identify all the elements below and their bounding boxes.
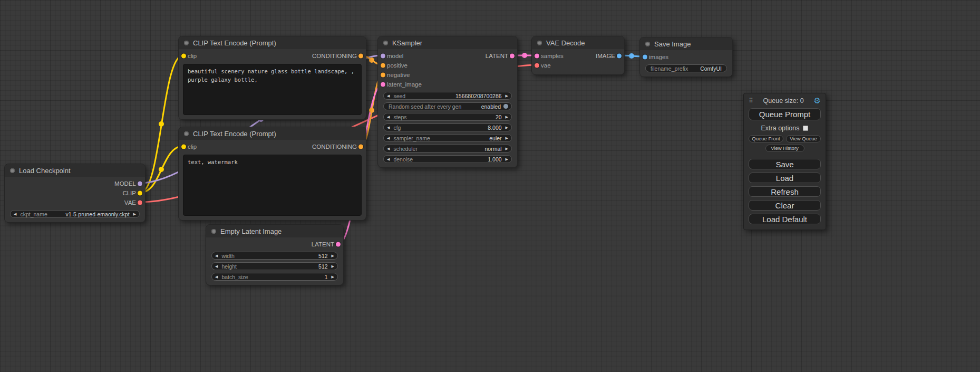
increment-arrow-icon[interactable]: ▶ — [506, 126, 508, 129]
filename-prefix-widget[interactable]: filename_prefix ComfyUI — [645, 64, 727, 72]
decrement-arrow-icon[interactable]: ◀ — [387, 147, 390, 150]
node-title-bar[interactable]: CLIP Text Encode (Prompt) — [179, 36, 366, 49]
load-default-button[interactable]: Load Default — [749, 214, 821, 224]
node-title-bar[interactable]: Save Image — [640, 37, 732, 50]
extra-options-checkbox[interactable] — [803, 126, 808, 131]
increment-arrow-icon[interactable]: ▶ — [506, 94, 508, 98]
decrement-arrow-icon[interactable]: ◀ — [387, 115, 390, 119]
node-title-bar[interactable]: VAE Decode — [532, 36, 624, 49]
node-clip-text-encode-positive[interactable]: CLIP Text Encode (Prompt) clip CONDITION… — [178, 36, 366, 120]
vae-input-port[interactable] — [535, 63, 539, 68]
decrement-arrow-icon[interactable]: ◀ — [14, 212, 16, 216]
output-label: MODEL — [114, 180, 136, 187]
toggle-knob-icon[interactable] — [503, 104, 508, 109]
collapse-toggle-icon[interactable] — [10, 168, 15, 173]
vae-output-port[interactable] — [138, 201, 142, 205]
drag-handle-icon[interactable]: ⠿ — [749, 97, 753, 104]
ckpt-name-widget[interactable]: ◀ ckpt_name v1-5-pruned-emaonly.ckpt ▶ — [10, 210, 140, 218]
collapse-toggle-icon[interactable] — [383, 41, 388, 45]
model-output-port[interactable] — [138, 182, 142, 186]
collapse-toggle-icon[interactable] — [537, 41, 542, 45]
image-output-port[interactable] — [617, 54, 622, 59]
negative-prompt-textarea[interactable]: text, watermark — [183, 155, 362, 216]
widget-value: 1 — [325, 274, 328, 280]
node-title-bar[interactable]: KSampler — [378, 36, 517, 49]
decrement-arrow-icon[interactable]: ◀ — [387, 126, 390, 129]
collapse-toggle-icon[interactable] — [645, 42, 650, 46]
decrement-arrow-icon[interactable]: ◀ — [387, 157, 390, 161]
increment-arrow-icon[interactable]: ▶ — [506, 157, 508, 161]
increment-arrow-icon[interactable]: ▶ — [332, 254, 334, 257]
collapse-toggle-icon[interactable] — [184, 41, 189, 45]
batch-size-widget[interactable]: ◀ batch_size 1 ▶ — [211, 273, 338, 281]
input-label: images — [649, 54, 668, 60]
node-clip-text-encode-negative[interactable]: CLIP Text Encode (Prompt) clip CONDITION… — [178, 127, 366, 221]
widget-label: sampler_name — [393, 135, 430, 141]
node-title: CLIP Text Encode (Prompt) — [193, 39, 276, 47]
scheduler-widget[interactable]: ◀ scheduler normal ▶ — [383, 145, 512, 152]
save-workflow-button[interactable]: Save — [749, 159, 821, 169]
width-widget[interactable]: ◀ width 512 ▶ — [211, 252, 338, 260]
node-graph-canvas[interactable]: Load Checkpoint MODEL CLIP VAE ◀ ckpt_na… — [0, 0, 980, 372]
decrement-arrow-icon[interactable]: ◀ — [215, 275, 218, 279]
steps-widget[interactable]: ◀ steps 20 ▶ — [383, 113, 512, 121]
clear-button[interactable]: Clear — [749, 200, 821, 211]
refresh-button[interactable]: Refresh — [749, 186, 821, 197]
positive-prompt-textarea[interactable]: beautiful scenery nature glass bottle la… — [183, 64, 362, 115]
view-queue-button[interactable]: View Queue — [786, 135, 821, 142]
latent-output-port[interactable] — [336, 242, 341, 247]
increment-arrow-icon[interactable]: ▶ — [506, 136, 508, 140]
decrement-arrow-icon[interactable]: ◀ — [215, 264, 218, 268]
output-row: CLIP — [5, 188, 145, 198]
decrement-arrow-icon[interactable]: ◀ — [387, 136, 390, 140]
conditioning-output-port[interactable] — [358, 54, 363, 59]
node-title: CLIP Text Encode (Prompt) — [193, 130, 276, 138]
port-row: samples IMAGE — [532, 51, 624, 61]
node-title: KSampler — [392, 39, 422, 47]
positive-input-port[interactable] — [381, 63, 385, 68]
clip-output-port[interactable] — [138, 191, 142, 196]
samples-input-port[interactable] — [535, 54, 539, 59]
extra-options-label: Extra options — [761, 125, 800, 132]
increment-arrow-icon[interactable]: ▶ — [332, 275, 334, 279]
view-history-button[interactable]: View History — [765, 145, 804, 152]
increment-arrow-icon[interactable]: ▶ — [506, 115, 508, 119]
widget-value: normal — [485, 146, 502, 152]
clip-input-port[interactable] — [181, 145, 186, 149]
node-load-checkpoint[interactable]: Load Checkpoint MODEL CLIP VAE ◀ ckpt_na… — [4, 164, 145, 223]
height-widget[interactable]: ◀ height 512 ▶ — [211, 262, 338, 270]
negative-input-port[interactable] — [381, 73, 385, 78]
node-title-bar[interactable]: CLIP Text Encode (Prompt) — [179, 127, 366, 140]
denoise-widget[interactable]: ◀ denoise 1.000 ▶ — [383, 155, 512, 163]
conditioning-output-port[interactable] — [358, 145, 363, 149]
node-title-bar[interactable]: Load Checkpoint — [5, 164, 145, 177]
increment-arrow-icon[interactable]: ▶ — [506, 147, 508, 150]
latent-output-port[interactable] — [510, 54, 515, 59]
collapse-toggle-icon[interactable] — [211, 229, 216, 234]
queue-front-button[interactable]: Queue Front — [749, 135, 783, 142]
node-save-image[interactable]: Save Image images filename_prefix ComfyU… — [639, 37, 733, 77]
load-workflow-button[interactable]: Load — [749, 173, 821, 183]
node-empty-latent-image[interactable]: Empty Latent Image LATENT ◀ width 512 ▶ … — [206, 224, 344, 285]
increment-arrow-icon[interactable]: ▶ — [133, 212, 136, 216]
increment-arrow-icon[interactable]: ▶ — [332, 264, 334, 268]
model-input-port[interactable] — [381, 54, 385, 59]
node-title: Load Checkpoint — [19, 167, 71, 175]
random-seed-toggle-widget[interactable]: Random seed after every gen enabled — [383, 102, 512, 110]
node-vae-decode[interactable]: VAE Decode samples IMAGE vae — [531, 36, 625, 75]
collapse-toggle-icon[interactable] — [184, 131, 189, 136]
cfg-widget[interactable]: ◀ cfg 8.000 ▶ — [383, 123, 512, 131]
sampler-name-widget[interactable]: ◀ sampler_name euler ▶ — [383, 134, 512, 142]
settings-gear-icon[interactable]: ⚙ — [814, 97, 821, 104]
node-title-bar[interactable]: Empty Latent Image — [206, 225, 343, 237]
queue-prompt-button[interactable]: Queue Prompt — [749, 108, 821, 120]
wire-midpoint-dot — [522, 53, 527, 58]
seed-widget[interactable]: ◀ seed 156680208700286 ▶ — [383, 92, 512, 100]
decrement-arrow-icon[interactable]: ◀ — [215, 254, 218, 257]
images-input-port[interactable] — [643, 55, 647, 60]
node-ksampler[interactable]: KSampler model LATENT positive negative … — [377, 36, 518, 168]
latent-image-input-port[interactable] — [381, 82, 385, 87]
output-label: CLIP — [122, 190, 136, 196]
clip-input-port[interactable] — [181, 54, 186, 59]
decrement-arrow-icon[interactable]: ◀ — [387, 94, 390, 98]
